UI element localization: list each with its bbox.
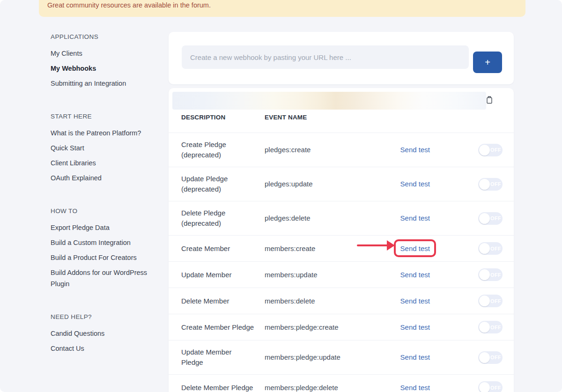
- toggle-knob: [479, 296, 490, 306]
- webhook-toggle[interactable]: OFF: [478, 212, 503, 225]
- row-event-name: members:delete: [265, 296, 377, 306]
- arrow-line: [357, 244, 388, 246]
- send-test-link[interactable]: Send test: [400, 271, 430, 279]
- section-title-how-to: HOW TO: [51, 207, 155, 215]
- row-event-name: pledges:create: [265, 145, 377, 155]
- row-description: Update Member: [181, 270, 265, 280]
- webhook-toggle[interactable]: OFF: [478, 381, 503, 392]
- sidebar-section-applications: APPLICATIONS My Clients My Webhooks Subm…: [51, 33, 155, 91]
- row-event-name: members:pledge:delete: [265, 383, 377, 392]
- sidebar-item-export-pledge-data[interactable]: Export Pledge Data: [51, 220, 155, 235]
- sidebar-item-submitting-an-integration[interactable]: Submitting an Integration: [51, 76, 155, 91]
- sidebar-item-quick-start[interactable]: Quick Start: [51, 141, 155, 155]
- row-description: Delete Member Pledge: [181, 383, 265, 392]
- send-test-link[interactable]: Send test: [400, 297, 430, 305]
- section-title-applications: APPLICATIONS: [51, 33, 155, 41]
- row-description: Update Member Pledge: [181, 347, 265, 368]
- webhook-toggle[interactable]: OFF: [478, 295, 503, 307]
- webhook-toggle[interactable]: OFF: [478, 321, 503, 333]
- sidebar-item-candid-questions[interactable]: Candid Questions: [51, 326, 155, 341]
- section-title-start-here: START HERE: [51, 112, 155, 121]
- forum-banner: Great community resources are available …: [39, 0, 525, 17]
- send-test-link[interactable]: Send test: [400, 353, 430, 361]
- send-test-link[interactable]: Send test: [400, 384, 430, 392]
- row-event-name: pledges:delete: [265, 213, 377, 223]
- row-description: Create Pledge (deprecated): [181, 140, 265, 160]
- webhook-toggle[interactable]: OFF: [478, 351, 503, 364]
- send-test-link-highlighted[interactable]: Send test: [400, 244, 430, 252]
- table-row-delete-pledge: Delete Pledge (deprecated) pledges:delet…: [169, 201, 514, 236]
- toggle-knob: [479, 145, 490, 155]
- column-header-event-name: EVENT NAME: [265, 113, 377, 122]
- page-background: Great community resources are available …: [0, 0, 562, 392]
- plus-icon: +: [485, 57, 490, 67]
- webhook-url-input[interactable]: [182, 45, 469, 69]
- sidebar-item-my-webhooks[interactable]: My Webhooks: [51, 61, 155, 76]
- forum-banner-text: Great community resources are available …: [47, 1, 211, 9]
- table-row-delete-member-pledge: Delete Member Pledge members:pledge:dele…: [169, 375, 514, 392]
- table-row-create-member: Create Member members:create Send test O…: [169, 236, 514, 262]
- send-test-link[interactable]: Send test: [400, 180, 430, 188]
- row-description: Update Pledge (deprecated): [181, 174, 265, 194]
- toggle-state-label: OFF: [490, 246, 502, 251]
- toggle-state-label: OFF: [490, 147, 502, 153]
- send-test-link[interactable]: Send test: [400, 214, 430, 222]
- toggle-state-label: OFF: [490, 272, 502, 278]
- toggle-state-label: OFF: [490, 181, 502, 187]
- table-row-delete-member: Delete Member members:delete Send test O…: [169, 288, 514, 314]
- toggle-knob: [479, 213, 490, 224]
- sidebar: APPLICATIONS My Clients My Webhooks Subm…: [51, 33, 155, 377]
- row-description: Create Member Pledge: [181, 322, 265, 333]
- row-description: Create Member: [181, 244, 265, 254]
- delete-webhook-button[interactable]: [485, 95, 494, 105]
- sidebar-item-build-wordpress-addons[interactable]: Build Addons for our WordPress Plugin: [51, 265, 155, 291]
- arrow-head: [387, 240, 395, 251]
- toggle-knob: [479, 243, 490, 254]
- send-test-link[interactable]: Send test: [400, 323, 430, 331]
- toggle-knob: [479, 269, 490, 280]
- row-event-name: members:pledge:update: [265, 352, 377, 362]
- sidebar-item-build-product-for-creators[interactable]: Build a Product For Creators: [51, 250, 155, 265]
- row-description: Delete Member: [181, 296, 265, 306]
- table-header-row: DESCRIPTION EVENT NAME: [169, 113, 514, 133]
- column-header-description: DESCRIPTION: [181, 113, 265, 122]
- create-webhook-card: +: [169, 32, 514, 84]
- toggle-knob: [479, 322, 490, 333]
- sidebar-item-contact-us[interactable]: Contact Us: [51, 341, 155, 356]
- webhook-toggle[interactable]: OFF: [478, 268, 503, 281]
- toggle-state-label: OFF: [490, 355, 502, 360]
- send-test-link[interactable]: Send test: [400, 146, 430, 154]
- sidebar-item-my-clients[interactable]: My Clients: [51, 46, 155, 61]
- webhook-toggle[interactable]: OFF: [478, 178, 503, 191]
- table-row-create-pledge: Create Pledge (deprecated) pledges:creat…: [169, 133, 514, 167]
- webhook-table-card: DESCRIPTION EVENT NAME Create Pledge (de…: [169, 88, 514, 392]
- sidebar-section-start-here: START HERE What is the Patreon Platform?…: [51, 112, 155, 185]
- toggle-knob: [479, 179, 490, 190]
- trash-icon: [486, 96, 493, 104]
- table-row-create-member-pledge: Create Member Pledge members:pledge:crea…: [169, 314, 514, 340]
- sidebar-item-what-is-patreon-platform[interactable]: What is the Patreon Platform?: [51, 126, 155, 141]
- row-event-name: pledges:update: [265, 179, 377, 189]
- table-row-update-pledge: Update Pledge (deprecated) pledges:updat…: [169, 167, 514, 201]
- arrow-right-icon: [357, 240, 396, 251]
- redacted-webhook-url: [172, 92, 486, 110]
- table-row-update-member-pledge: Update Member Pledge members:pledge:upda…: [169, 340, 514, 375]
- sidebar-item-oauth-explained[interactable]: OAuth Explained: [51, 170, 155, 185]
- webhook-toggle[interactable]: OFF: [478, 144, 503, 156]
- toggle-state-label: OFF: [490, 215, 502, 221]
- section-title-need-help: NEED HELP?: [51, 313, 155, 321]
- sidebar-section-need-help: NEED HELP? Candid Questions Contact Us: [51, 313, 155, 356]
- add-webhook-button[interactable]: +: [473, 52, 502, 73]
- toggle-state-label: OFF: [490, 385, 502, 391]
- sidebar-item-build-custom-integration[interactable]: Build a Custom Integration: [51, 235, 155, 250]
- row-event-name: members:update: [265, 270, 377, 280]
- toggle-knob: [479, 382, 490, 392]
- toggle-state-label: OFF: [490, 325, 502, 330]
- table-row-update-member: Update Member members:update Send test O…: [169, 262, 514, 288]
- row-event-name: members:pledge:create: [265, 322, 377, 333]
- sidebar-section-how-to: HOW TO Export Pledge Data Build a Custom…: [51, 207, 155, 291]
- sidebar-item-client-libraries[interactable]: Client Libraries: [51, 155, 155, 170]
- row-description: Delete Pledge (deprecated): [181, 208, 265, 229]
- webhook-toggle[interactable]: OFF: [478, 242, 503, 255]
- toggle-state-label: OFF: [490, 298, 502, 304]
